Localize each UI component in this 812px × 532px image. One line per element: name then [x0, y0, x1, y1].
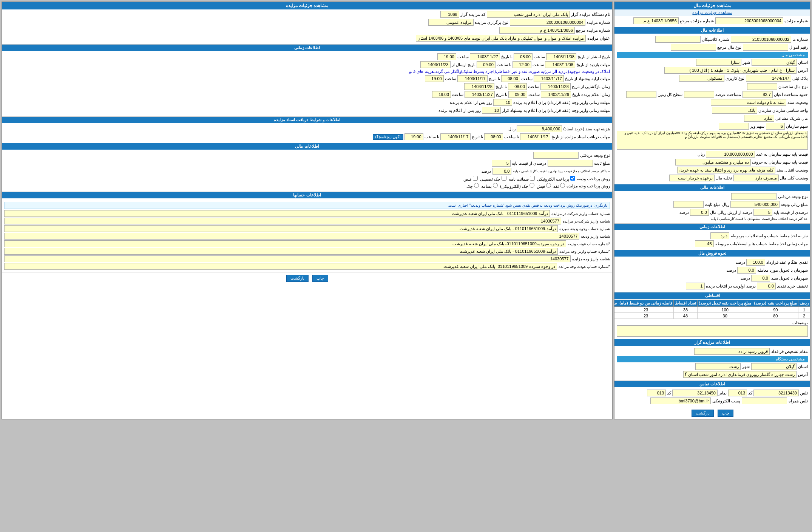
ownership-input[interactable]: [711, 99, 786, 106]
back-button-left[interactable]: بازگشت: [692, 410, 714, 417]
notes-textarea[interactable]: شنبه‌های ارزیابی سازمان فسنجی به تعزیز 8…: [617, 131, 808, 150]
area2-input[interactable]: [684, 91, 714, 98]
bidder-state-input[interactable]: [751, 363, 797, 370]
acc1-input[interactable]: [4, 210, 550, 217]
account-number-input[interactable]: [731, 36, 791, 43]
print-button-left[interactable]: چاپ: [718, 410, 733, 417]
org-share-input[interactable]: [766, 123, 785, 130]
loser-notify-input[interactable]: [482, 107, 501, 114]
rb-fisc[interactable]: [546, 183, 551, 188]
register-from-input[interactable]: [420, 61, 451, 68]
right-min-percent-input[interactable]: [492, 168, 511, 175]
deposit-type-input[interactable]: [731, 193, 776, 200]
land-use-input[interactable]: [679, 75, 724, 82]
address-input[interactable]: [664, 67, 797, 74]
publish-from-time[interactable]: [514, 53, 533, 60]
state-input[interactable]: [752, 59, 797, 66]
winner-notify-input[interactable]: [493, 99, 512, 106]
shared-input[interactable]: [744, 115, 774, 122]
condition-input[interactable]: [710, 232, 729, 239]
bidder-code-input[interactable]: [440, 11, 459, 18]
installment-input[interactable]: [746, 259, 765, 266]
share-percent1-input[interactable]: [737, 267, 756, 274]
newspaper-button[interactable]: آگهی روزنامه(1): [373, 134, 403, 140]
publish-to-input[interactable]: [470, 53, 500, 60]
auction-title-input[interactable]: [416, 35, 586, 42]
right-fixed-input[interactable]: [548, 160, 593, 167]
bargain-to[interactable]: [464, 83, 494, 90]
cb-fisc[interactable]: [473, 176, 478, 181]
acc8-input[interactable]: [4, 263, 557, 270]
share-percent2-input[interactable]: [751, 275, 770, 281]
publish-from-input[interactable]: [546, 53, 576, 60]
breadcrumb-link[interactable]: مشاهده جزئیات مزایده: [614, 9, 810, 16]
deposit-amount-input2[interactable]: [517, 125, 562, 132]
fax-input[interactable]: [742, 397, 787, 404]
right-percent-input[interactable]: [492, 160, 511, 167]
email-input[interactable]: [650, 397, 711, 404]
min-percent-input[interactable]: [690, 209, 709, 216]
rb-installment[interactable]: [493, 183, 498, 188]
deposit-to-time[interactable]: [404, 133, 423, 140]
visit-from-time[interactable]: [513, 61, 531, 68]
acc7-input[interactable]: [4, 255, 571, 262]
bargain-from-time[interactable]: [508, 83, 527, 90]
deposit-to-input[interactable]: [440, 133, 471, 140]
account-category-input[interactable]: [655, 36, 701, 43]
deposit-fixed-input[interactable]: [673, 201, 704, 208]
right-auction-type-input[interactable]: [428, 19, 474, 26]
area-input[interactable]: [743, 91, 773, 98]
phone2-code-input[interactable]: [647, 390, 666, 396]
acc3-input[interactable]: [4, 225, 558, 232]
percent-fixed-input[interactable]: [753, 209, 772, 216]
transfer-time-input[interactable]: [695, 240, 714, 247]
print-button-right[interactable]: چاپ: [312, 275, 328, 282]
cb-guarantee[interactable]: [530, 176, 535, 181]
reference-number-input[interactable]: 1403/11/0856: [633, 17, 679, 24]
cb-electronic[interactable]: [570, 176, 575, 181]
priority-input[interactable]: [686, 283, 705, 289]
phone2-input[interactable]: [672, 390, 718, 396]
bargain-from[interactable]: [540, 83, 571, 90]
visit-to-time[interactable]: [477, 61, 496, 68]
right-deposit-type-input[interactable]: [533, 152, 579, 159]
building-type-input[interactable]: [747, 83, 777, 90]
base-price-input[interactable]: [706, 151, 755, 158]
announce-to-time[interactable]: [432, 91, 451, 98]
register-to-time[interactable]: [425, 75, 444, 82]
back-button-right[interactable]: بازگشت: [286, 275, 309, 282]
transfer-input[interactable]: [677, 167, 775, 173]
acc5-input[interactable]: [4, 240, 566, 247]
rb-cash[interactable]: [560, 183, 565, 188]
acc6-input[interactable]: [4, 248, 558, 255]
acc4-input[interactable]: [4, 233, 579, 240]
base-price-text-input[interactable]: [675, 159, 751, 165]
register-from2[interactable]: [534, 75, 564, 82]
acc2-input[interactable]: [4, 218, 561, 224]
announce-date[interactable]: [541, 91, 571, 98]
deposit-from-input[interactable]: [520, 133, 550, 140]
deposit-amount-input[interactable]: [730, 201, 780, 208]
announce-time[interactable]: [508, 91, 527, 98]
asset-type-farsi-input[interactable]: [671, 44, 716, 51]
bidder-address-input[interactable]: [683, 371, 797, 378]
land-level-input[interactable]: [626, 91, 656, 98]
rb-check[interactable]: [529, 183, 534, 188]
right-auction-num-input[interactable]: [510, 19, 585, 26]
asset-type-input[interactable]: [743, 44, 788, 51]
block-input[interactable]: [746, 75, 791, 82]
publish-to-time[interactable]: [437, 53, 456, 60]
notes2-textarea[interactable]: [617, 325, 808, 337]
auction-number-input[interactable]: 2003001068000004: [715, 17, 783, 24]
announce-to[interactable]: [465, 91, 495, 98]
visit-from-input[interactable]: [545, 61, 575, 68]
cb-check[interactable]: [502, 176, 506, 181]
register-to[interactable]: [457, 75, 488, 82]
owner-bank-input[interactable]: [712, 107, 757, 114]
right-ref-num-input[interactable]: [499, 27, 575, 34]
bidder-name-input[interactable]: [487, 11, 570, 18]
phone1-input[interactable]: [753, 390, 799, 396]
rb-check2[interactable]: [474, 183, 479, 188]
buy-discount-input[interactable]: [757, 283, 776, 289]
asset-status-input[interactable]: [669, 175, 715, 181]
